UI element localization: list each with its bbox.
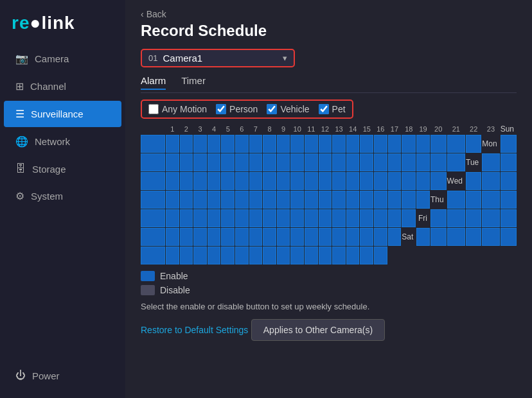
schedule-cell[interactable] bbox=[447, 135, 465, 153]
pet-checkbox[interactable] bbox=[319, 104, 329, 114]
schedule-cell[interactable] bbox=[208, 153, 221, 171]
schedule-cell[interactable] bbox=[501, 135, 517, 153]
schedule-cell[interactable] bbox=[235, 135, 249, 153]
schedule-cell[interactable] bbox=[501, 172, 517, 190]
schedule-cell[interactable] bbox=[277, 153, 290, 171]
schedule-cell[interactable] bbox=[332, 191, 346, 209]
schedule-cell[interactable] bbox=[319, 172, 332, 190]
schedule-cell[interactable] bbox=[402, 135, 416, 153]
sidebar-item-surveillance[interactable]: ☰ Surveillance bbox=[4, 101, 121, 127]
check-pet[interactable]: Pet bbox=[319, 104, 346, 114]
schedule-cell[interactable] bbox=[430, 209, 447, 227]
schedule-cell[interactable] bbox=[180, 209, 193, 227]
schedule-cell[interactable] bbox=[166, 228, 179, 246]
schedule-cell[interactable] bbox=[319, 135, 332, 153]
schedule-cell[interactable] bbox=[319, 153, 332, 171]
schedule-cell[interactable] bbox=[141, 153, 165, 171]
schedule-cell[interactable] bbox=[466, 228, 481, 246]
schedule-cell[interactable] bbox=[430, 228, 447, 246]
schedule-cell[interactable] bbox=[360, 191, 373, 209]
schedule-cell[interactable] bbox=[388, 172, 402, 190]
schedule-cell[interactable] bbox=[193, 247, 207, 264]
schedule-cell[interactable] bbox=[416, 153, 430, 171]
schedule-cell[interactable] bbox=[346, 153, 360, 171]
schedule-cell[interactable] bbox=[141, 191, 165, 209]
schedule-cell[interactable] bbox=[374, 172, 387, 190]
schedule-cell[interactable] bbox=[346, 209, 360, 227]
schedule-cell[interactable] bbox=[374, 228, 387, 246]
schedule-cell[interactable] bbox=[235, 191, 249, 209]
schedule-cell[interactable] bbox=[290, 135, 304, 153]
schedule-cell[interactable] bbox=[263, 209, 276, 227]
schedule-cell[interactable] bbox=[277, 209, 290, 227]
schedule-cell[interactable] bbox=[501, 191, 517, 209]
schedule-cell[interactable] bbox=[447, 228, 465, 246]
schedule-cell[interactable] bbox=[360, 228, 373, 246]
schedule-cell[interactable] bbox=[305, 172, 318, 190]
schedule-cell[interactable] bbox=[447, 209, 465, 227]
schedule-cell[interactable] bbox=[374, 191, 387, 209]
sidebar-item-network[interactable]: 🌐 Network bbox=[4, 128, 121, 155]
schedule-cell[interactable] bbox=[235, 228, 249, 246]
schedule-cell[interactable] bbox=[319, 228, 332, 246]
schedule-cell[interactable] bbox=[249, 247, 263, 264]
schedule-cell[interactable] bbox=[305, 209, 318, 227]
schedule-cell[interactable] bbox=[166, 209, 179, 227]
schedule-cell[interactable] bbox=[221, 172, 235, 190]
schedule-cell[interactable] bbox=[388, 135, 402, 153]
schedule-cell[interactable] bbox=[482, 153, 499, 171]
schedule-cell[interactable] bbox=[141, 135, 165, 153]
schedule-cell[interactable] bbox=[402, 172, 416, 190]
schedule-cell[interactable] bbox=[305, 191, 318, 209]
schedule-cell[interactable] bbox=[305, 228, 318, 246]
schedule-cell[interactable] bbox=[263, 153, 276, 171]
schedule-cell[interactable] bbox=[141, 247, 165, 264]
schedule-cell[interactable] bbox=[277, 172, 290, 190]
tab-timer[interactable]: Timer bbox=[181, 75, 206, 90]
schedule-cell[interactable] bbox=[166, 135, 179, 153]
schedule-cell[interactable] bbox=[290, 153, 304, 171]
schedule-cell[interactable] bbox=[360, 172, 373, 190]
schedule-cell[interactable] bbox=[249, 153, 263, 171]
sidebar-item-camera[interactable]: 📷 Camera bbox=[4, 46, 121, 72]
schedule-cell[interactable] bbox=[430, 153, 447, 171]
schedule-cell[interactable] bbox=[180, 135, 193, 153]
schedule-cell[interactable] bbox=[249, 135, 263, 153]
schedule-cell[interactable] bbox=[388, 228, 402, 246]
schedule-cell[interactable] bbox=[290, 247, 304, 264]
schedule-cell[interactable] bbox=[388, 153, 402, 171]
schedule-cell[interactable] bbox=[430, 135, 447, 153]
schedule-cell[interactable] bbox=[208, 247, 221, 264]
schedule-cell[interactable] bbox=[193, 228, 207, 246]
schedule-cell[interactable] bbox=[221, 135, 235, 153]
schedule-cell[interactable] bbox=[360, 247, 373, 264]
schedule-cell[interactable] bbox=[290, 191, 304, 209]
schedule-cell[interactable] bbox=[319, 209, 332, 227]
schedule-cell[interactable] bbox=[141, 228, 165, 246]
schedule-cell[interactable] bbox=[263, 172, 276, 190]
schedule-cell[interactable] bbox=[193, 191, 207, 209]
schedule-cell[interactable] bbox=[319, 191, 332, 209]
schedule-cell[interactable] bbox=[416, 172, 430, 190]
schedule-cell[interactable] bbox=[249, 172, 263, 190]
schedule-cell[interactable] bbox=[305, 135, 318, 153]
schedule-cell[interactable] bbox=[319, 247, 332, 264]
schedule-cell[interactable] bbox=[447, 153, 465, 171]
schedule-cell[interactable] bbox=[166, 153, 179, 171]
schedule-cell[interactable] bbox=[416, 135, 430, 153]
schedule-cell[interactable] bbox=[277, 247, 290, 264]
schedule-cell[interactable] bbox=[221, 247, 235, 264]
schedule-cell[interactable] bbox=[208, 172, 221, 190]
schedule-cell[interactable] bbox=[466, 209, 481, 227]
schedule-cell[interactable] bbox=[374, 209, 387, 227]
schedule-cell[interactable] bbox=[360, 135, 373, 153]
camera-select[interactable]: Camera1 Camera2 Camera3 bbox=[163, 53, 278, 64]
schedule-cell[interactable] bbox=[221, 209, 235, 227]
schedule-cell[interactable] bbox=[180, 247, 193, 264]
schedule-cell[interactable] bbox=[388, 209, 402, 227]
schedule-cell[interactable] bbox=[193, 209, 207, 227]
schedule-cell[interactable] bbox=[305, 153, 318, 171]
schedule-cell[interactable] bbox=[305, 247, 318, 264]
schedule-cell[interactable] bbox=[482, 228, 499, 246]
schedule-cell[interactable] bbox=[346, 191, 360, 209]
